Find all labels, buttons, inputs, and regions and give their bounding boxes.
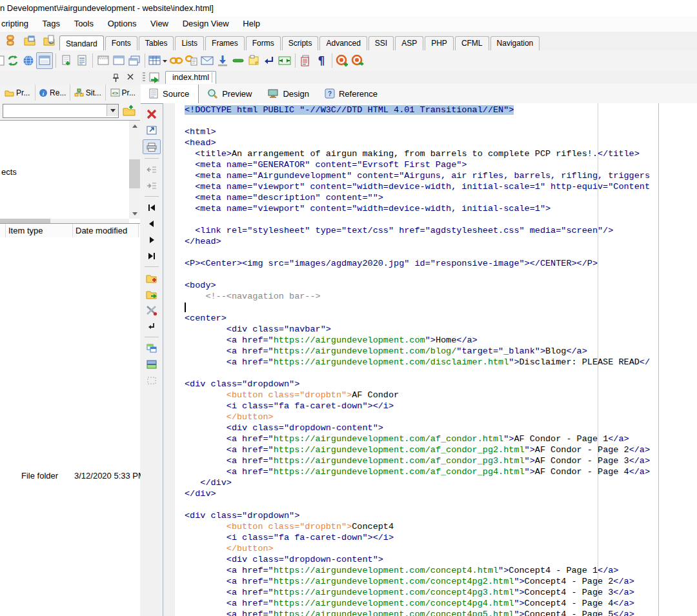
cascade-windows-icon[interactable] (143, 341, 160, 355)
folder-up-icon[interactable] (121, 103, 137, 118)
code-line: <button class="dropbtn">Concept4 (185, 521, 650, 532)
toolbar-separator (145, 54, 145, 68)
document-tab-index-html[interactable]: index.html (165, 71, 216, 85)
target-go-icon[interactable] (350, 53, 366, 68)
email-link-icon[interactable] (199, 53, 215, 68)
first-page-icon[interactable] (143, 201, 160, 214)
scroll-up-icon[interactable] (129, 121, 140, 131)
tab-advanced[interactable]: Advanced (319, 36, 367, 50)
add-to-project-icon[interactable] (143, 271, 160, 284)
tab-ssi[interactable]: SSI (369, 36, 394, 50)
anchor-link-icon[interactable] (184, 53, 199, 68)
unindent-icon[interactable] (143, 163, 160, 176)
menu-scripting[interactable]: cripting (0, 16, 34, 32)
next-page-icon[interactable] (143, 233, 160, 246)
view-tab-reference[interactable]: ?Reference (317, 84, 385, 103)
sticky-note-icon[interactable] (246, 53, 261, 68)
previous-page-icon[interactable] (143, 217, 160, 230)
code-line: <head> (185, 137, 650, 148)
project-list-item[interactable]: ects (1, 167, 17, 177)
tab-standard[interactable]: Standard (59, 35, 104, 51)
target-add-icon[interactable] (335, 53, 350, 68)
column-item-type[interactable]: Item type (6, 224, 73, 238)
tab-scripts[interactable]: Scripts (282, 36, 319, 50)
help-icon: ? (325, 88, 335, 99)
insert-break-icon[interactable] (143, 319, 160, 333)
scroll-down-icon[interactable] (129, 208, 140, 219)
menu-view[interactable]: View (145, 16, 174, 32)
sidebar-tab-properties[interactable]: <>Pr... (106, 84, 141, 101)
print-icon[interactable] (143, 139, 161, 154)
publish-folder-icon[interactable] (143, 287, 160, 301)
link-icon[interactable] (168, 53, 184, 68)
pin-icon[interactable] (111, 73, 120, 84)
frame-borders-icon[interactable] (143, 373, 160, 387)
code-line (185, 368, 650, 379)
open-in-window-icon[interactable] (143, 123, 160, 137)
frame-icon[interactable] (111, 53, 126, 68)
browser-window-icon[interactable] (36, 52, 53, 69)
view-tab-design[interactable]: Design (259, 84, 316, 103)
indent-icon[interactable] (143, 179, 160, 192)
open-site-icon[interactable] (22, 33, 37, 48)
new-page-icon[interactable] (59, 53, 74, 68)
tab-separator (212, 72, 212, 83)
horizontal-rule-icon[interactable] (230, 53, 246, 68)
view-tab-preview[interactable]: Preview (199, 84, 259, 103)
open-page-icon[interactable] (148, 72, 162, 85)
project-list[interactable]: ects (0, 120, 140, 224)
clipped-icon[interactable] (0, 53, 5, 68)
code-line: <a href="https://airgundevelopment.com/a… (185, 466, 650, 477)
page-properties-icon[interactable] (298, 53, 314, 68)
browser-preview-icon[interactable] (21, 53, 36, 68)
folder-combobox[interactable] (3, 104, 119, 118)
download-icon[interactable] (215, 53, 230, 68)
editor-gutter (163, 103, 175, 616)
menu-tools[interactable]: Tools (68, 16, 99, 32)
frame-top-icon[interactable] (96, 53, 111, 68)
split-horizontal-icon[interactable] (143, 357, 160, 371)
menu-help[interactable]: Help (237, 16, 266, 32)
view-tab-source[interactable]: Source (141, 84, 199, 103)
toolbar-grip[interactable] (143, 72, 145, 82)
code-line: <i class="fa fa-caret-down"></i> (185, 401, 650, 412)
spacer-icon[interactable] (277, 53, 292, 68)
close-file-icon[interactable] (143, 107, 160, 121)
sidebar-tab-reference[interactable]: iRe... (35, 84, 71, 101)
close-icon[interactable] (126, 72, 135, 83)
tab-lists[interactable]: Lists (175, 36, 204, 50)
file-list[interactable]: File folder 3/12/2020 5:33 PM (0, 237, 140, 616)
scrollbar-thumb[interactable] (129, 159, 140, 188)
source-code-editor[interactable]: <!DOCTYPE html PUBLIC "-//W3C//DTD HTML … (163, 103, 659, 616)
code-line: <meta name="viewport" content="width=dev… (185, 181, 650, 192)
frames-stack-icon[interactable] (126, 53, 142, 68)
menu-design-view[interactable]: Design View (177, 16, 235, 32)
last-page-icon[interactable] (143, 249, 160, 263)
project-sidebar: Pr... iRe... Sit... <>Pr... ects Item ty… (0, 71, 141, 616)
tab-tables[interactable]: Tables (139, 36, 174, 50)
tab-frames[interactable]: Frames (205, 36, 245, 50)
sidebar-tab-projects[interactable]: Pr... (0, 84, 35, 101)
tools-icon[interactable] (143, 303, 160, 317)
sidebar-tab-site[interactable]: Sit... (70, 84, 106, 101)
code-lines[interactable]: <!DOCTYPE html PUBLIC "-//W3C//DTD HTML … (185, 104, 650, 616)
line-break-icon[interactable] (261, 53, 277, 68)
new-site-icon[interactable] (3, 33, 18, 48)
import-site-icon[interactable] (41, 33, 57, 48)
project-list-vscrollbar[interactable] (129, 121, 140, 219)
tab-cfml[interactable]: CFML (455, 36, 489, 50)
refresh-icon[interactable] (5, 53, 21, 68)
table-icon[interactable] (148, 53, 168, 68)
tab-navigation[interactable]: Navigation (490, 36, 540, 50)
page-details-icon[interactable] (74, 53, 90, 68)
tab-php[interactable]: PHP (425, 36, 454, 50)
tab-asp[interactable]: ASP (395, 36, 423, 50)
menu-tags[interactable]: Tags (37, 16, 66, 32)
column-date-modified[interactable]: Date modified (73, 224, 139, 238)
tab-forms[interactable]: Forms (246, 36, 281, 50)
code-line (185, 247, 650, 258)
tab-fonts[interactable]: Fonts (105, 36, 137, 50)
combo-arrow-icon[interactable] (106, 104, 118, 116)
code-line: <a href="https://airgundevelopment.com/c… (185, 609, 650, 616)
menu-options[interactable]: Options (102, 16, 143, 32)
